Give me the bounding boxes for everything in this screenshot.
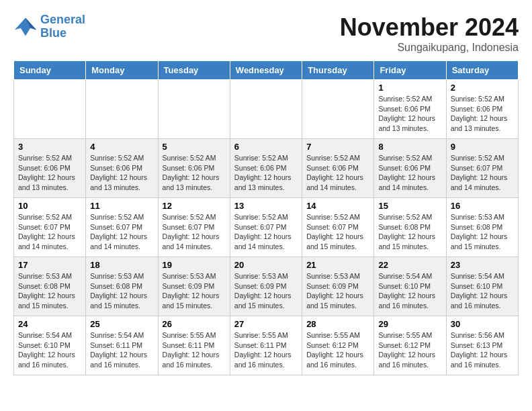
day-info: Sunrise: 5:52 AMSunset: 6:07 PMDaylight:… xyxy=(451,153,514,193)
calendar-cell xyxy=(14,80,86,139)
day-number: 9 xyxy=(451,142,514,152)
calendar-header-saturday: Saturday xyxy=(446,61,518,80)
calendar-week-row: 24Sunrise: 5:54 AMSunset: 6:10 PMDayligh… xyxy=(14,316,519,375)
title-block: November 2024 Sungaikupang, Indonesia xyxy=(340,13,519,54)
calendar-header-sunday: Sunday xyxy=(14,61,86,80)
calendar-cell: 26Sunrise: 5:55 AMSunset: 6:11 PMDayligh… xyxy=(158,316,230,375)
calendar-cell: 8Sunrise: 5:52 AMSunset: 6:06 PMDaylight… xyxy=(374,139,446,198)
day-number: 21 xyxy=(306,260,369,270)
calendar-cell: 12Sunrise: 5:52 AMSunset: 6:07 PMDayligh… xyxy=(158,198,230,257)
calendar-cell: 23Sunrise: 5:54 AMSunset: 6:10 PMDayligh… xyxy=(446,257,518,316)
calendar-cell: 6Sunrise: 5:52 AMSunset: 6:06 PMDaylight… xyxy=(230,139,302,198)
day-number: 19 xyxy=(163,260,226,270)
calendar-cell: 30Sunrise: 5:56 AMSunset: 6:13 PMDayligh… xyxy=(446,316,518,375)
calendar-header-thursday: Thursday xyxy=(302,61,374,80)
calendar-cell: 19Sunrise: 5:53 AMSunset: 6:09 PMDayligh… xyxy=(158,257,230,316)
day-number: 30 xyxy=(451,319,514,329)
day-number: 3 xyxy=(18,142,81,152)
logo-general: General xyxy=(40,13,85,26)
day-info: Sunrise: 5:52 AMSunset: 6:07 PMDaylight:… xyxy=(234,212,298,252)
day-info: Sunrise: 5:52 AMSunset: 6:07 PMDaylight:… xyxy=(306,212,369,252)
calendar-cell: 2Sunrise: 5:52 AMSunset: 6:06 PMDaylight… xyxy=(446,80,518,139)
day-info: Sunrise: 5:55 AMSunset: 6:12 PMDaylight:… xyxy=(306,330,369,370)
day-number: 17 xyxy=(18,260,81,270)
day-number: 20 xyxy=(234,260,298,270)
calendar-cell: 7Sunrise: 5:52 AMSunset: 6:06 PMDaylight… xyxy=(302,139,374,198)
day-number: 22 xyxy=(378,260,441,270)
day-number: 16 xyxy=(451,201,514,211)
day-info: Sunrise: 5:52 AMSunset: 6:06 PMDaylight:… xyxy=(451,94,514,134)
day-number: 26 xyxy=(163,319,226,329)
day-number: 25 xyxy=(90,319,153,329)
day-number: 2 xyxy=(451,83,514,93)
day-number: 1 xyxy=(378,83,441,93)
day-info: Sunrise: 5:52 AMSunset: 6:06 PMDaylight:… xyxy=(18,153,81,193)
calendar-cell: 1Sunrise: 5:52 AMSunset: 6:06 PMDaylight… xyxy=(374,80,446,139)
calendar-cell: 4Sunrise: 5:52 AMSunset: 6:06 PMDaylight… xyxy=(86,139,158,198)
day-info: Sunrise: 5:52 AMSunset: 6:08 PMDaylight:… xyxy=(378,212,441,252)
logo-text: General Blue xyxy=(40,13,85,40)
day-info: Sunrise: 5:52 AMSunset: 6:06 PMDaylight:… xyxy=(163,153,226,193)
day-info: Sunrise: 5:53 AMSunset: 6:09 PMDaylight:… xyxy=(306,271,369,311)
calendar-week-row: 1Sunrise: 5:52 AMSunset: 6:06 PMDaylight… xyxy=(14,80,519,139)
calendar-header-monday: Monday xyxy=(86,61,158,80)
calendar-table: SundayMondayTuesdayWednesdayThursdayFrid… xyxy=(13,60,519,375)
day-info: Sunrise: 5:52 AMSunset: 6:06 PMDaylight:… xyxy=(378,94,441,134)
calendar-week-row: 10Sunrise: 5:52 AMSunset: 6:07 PMDayligh… xyxy=(14,198,519,257)
day-number: 15 xyxy=(378,201,441,211)
day-number: 28 xyxy=(306,319,369,329)
calendar-cell: 3Sunrise: 5:52 AMSunset: 6:06 PMDaylight… xyxy=(14,139,86,198)
calendar-header-friday: Friday xyxy=(374,61,446,80)
day-number: 23 xyxy=(451,260,514,270)
day-number: 24 xyxy=(18,319,81,329)
calendar-cell: 22Sunrise: 5:54 AMSunset: 6:10 PMDayligh… xyxy=(374,257,446,316)
day-info: Sunrise: 5:52 AMSunset: 6:06 PMDaylight:… xyxy=(378,153,441,193)
logo-blue: Blue xyxy=(40,26,66,40)
calendar-cell: 25Sunrise: 5:54 AMSunset: 6:11 PMDayligh… xyxy=(86,316,158,375)
day-number: 14 xyxy=(306,201,369,211)
calendar-cell: 29Sunrise: 5:55 AMSunset: 6:12 PMDayligh… xyxy=(374,316,446,375)
calendar-cell: 5Sunrise: 5:52 AMSunset: 6:06 PMDaylight… xyxy=(158,139,230,198)
day-info: Sunrise: 5:53 AMSunset: 6:09 PMDaylight:… xyxy=(163,271,226,311)
day-info: Sunrise: 5:53 AMSunset: 6:08 PMDaylight:… xyxy=(90,271,153,311)
day-number: 5 xyxy=(163,142,226,152)
day-info: Sunrise: 5:53 AMSunset: 6:08 PMDaylight:… xyxy=(18,271,81,311)
calendar-header-row: SundayMondayTuesdayWednesdayThursdayFrid… xyxy=(14,61,519,80)
day-info: Sunrise: 5:52 AMSunset: 6:06 PMDaylight:… xyxy=(90,153,153,193)
day-number: 11 xyxy=(90,201,153,211)
day-info: Sunrise: 5:53 AMSunset: 6:09 PMDaylight:… xyxy=(234,271,298,311)
calendar-cell: 14Sunrise: 5:52 AMSunset: 6:07 PMDayligh… xyxy=(302,198,374,257)
day-number: 7 xyxy=(306,142,369,152)
day-number: 6 xyxy=(234,142,298,152)
calendar-cell: 9Sunrise: 5:52 AMSunset: 6:07 PMDaylight… xyxy=(446,139,518,198)
calendar-cell: 15Sunrise: 5:52 AMSunset: 6:08 PMDayligh… xyxy=(374,198,446,257)
calendar-cell xyxy=(86,80,158,139)
logo-icon xyxy=(13,15,38,39)
day-info: Sunrise: 5:52 AMSunset: 6:06 PMDaylight:… xyxy=(234,153,298,193)
day-number: 13 xyxy=(234,201,298,211)
calendar-cell: 24Sunrise: 5:54 AMSunset: 6:10 PMDayligh… xyxy=(14,316,86,375)
day-info: Sunrise: 5:55 AMSunset: 6:12 PMDaylight:… xyxy=(378,330,441,370)
day-number: 8 xyxy=(378,142,441,152)
calendar-cell: 17Sunrise: 5:53 AMSunset: 6:08 PMDayligh… xyxy=(14,257,86,316)
day-info: Sunrise: 5:54 AMSunset: 6:10 PMDaylight:… xyxy=(18,330,81,370)
calendar-cell: 20Sunrise: 5:53 AMSunset: 6:09 PMDayligh… xyxy=(230,257,302,316)
calendar-cell: 27Sunrise: 5:55 AMSunset: 6:11 PMDayligh… xyxy=(230,316,302,375)
calendar-week-row: 3Sunrise: 5:52 AMSunset: 6:06 PMDaylight… xyxy=(14,139,519,198)
day-info: Sunrise: 5:52 AMSunset: 6:07 PMDaylight:… xyxy=(90,212,153,252)
day-info: Sunrise: 5:56 AMSunset: 6:13 PMDaylight:… xyxy=(451,330,514,370)
day-number: 10 xyxy=(18,201,81,211)
day-info: Sunrise: 5:54 AMSunset: 6:10 PMDaylight:… xyxy=(378,271,441,311)
day-info: Sunrise: 5:53 AMSunset: 6:08 PMDaylight:… xyxy=(451,212,514,252)
calendar-header-tuesday: Tuesday xyxy=(158,61,230,80)
calendar-cell xyxy=(230,80,302,139)
day-info: Sunrise: 5:54 AMSunset: 6:10 PMDaylight:… xyxy=(451,271,514,311)
day-number: 18 xyxy=(90,260,153,270)
day-info: Sunrise: 5:52 AMSunset: 6:06 PMDaylight:… xyxy=(306,153,369,193)
day-info: Sunrise: 5:55 AMSunset: 6:11 PMDaylight:… xyxy=(163,330,226,370)
calendar-cell: 18Sunrise: 5:53 AMSunset: 6:08 PMDayligh… xyxy=(86,257,158,316)
day-info: Sunrise: 5:52 AMSunset: 6:07 PMDaylight:… xyxy=(163,212,226,252)
location: Sungaikupang, Indonesia xyxy=(340,42,519,54)
month-title: November 2024 xyxy=(340,13,519,42)
day-number: 12 xyxy=(163,201,226,211)
